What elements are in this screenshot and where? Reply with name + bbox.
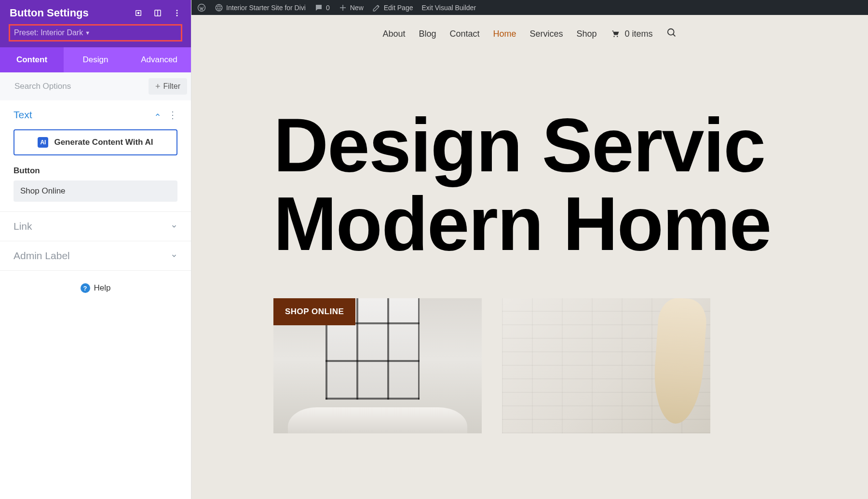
sidebar-header-icons <box>134 9 181 17</box>
card2-image <box>502 298 710 433</box>
ai-button-label: Generate Content With AI <box>54 138 153 147</box>
filter-label: Filter <box>163 82 180 91</box>
svg-point-4 <box>176 10 178 11</box>
section-text-header[interactable]: Text ⋮ <box>0 100 191 129</box>
image-cards-row: SHOP ONLINE <box>191 263 868 433</box>
svg-point-5 <box>176 13 178 14</box>
section-text: Text ⋮ AI Generate Content With AI Butto… <box>0 100 191 212</box>
page-canvas: Design Servic Modern Home SHOP ONLINE <box>191 53 868 499</box>
generate-with-ai-button[interactable]: AI Generate Content With AI <box>14 129 177 155</box>
section-more-icon[interactable]: ⋮ <box>168 110 177 120</box>
sidebar-header: Button Settings <box>0 0 191 24</box>
chevron-up-icon[interactable] <box>154 111 161 118</box>
tab-advanced[interactable]: Advanced <box>127 47 191 72</box>
sidebar-title-row: Button Settings <box>10 7 181 19</box>
tab-content[interactable]: Content <box>0 47 64 72</box>
hero-title-line2: Modern Home <box>273 184 868 263</box>
exit-vb-label: Exit Visual Builder <box>421 4 476 12</box>
responsive-preview-icon[interactable] <box>134 9 143 17</box>
comments-link[interactable]: 0 <box>314 3 330 12</box>
svg-point-6 <box>176 15 178 16</box>
section-link-controls <box>171 223 177 230</box>
svg-point-8 <box>216 4 222 11</box>
nav-contact[interactable]: Contact <box>449 29 479 39</box>
button-field-label: Button <box>14 166 177 176</box>
search-options-input[interactable] <box>14 82 149 91</box>
section-admin-label-header[interactable]: Admin Label <box>0 241 191 270</box>
section-link: Link <box>0 212 191 241</box>
preset-selector[interactable]: Preset: Interior Dark ▼ <box>9 24 182 42</box>
new-content-link[interactable]: New <box>339 3 364 12</box>
preset-label: Preset: Interior Dark <box>14 28 83 37</box>
panel-layout-icon[interactable] <box>153 9 162 17</box>
settings-tabs: Content Design Advanced <box>0 47 191 72</box>
nav-about[interactable]: About <box>382 29 405 39</box>
search-row: + Filter <box>0 72 191 100</box>
section-admin-label: Admin Label <box>0 241 191 271</box>
svg-line-10 <box>673 34 675 36</box>
section-admin-label-controls <box>171 252 177 259</box>
nav-services[interactable]: Services <box>530 29 563 39</box>
image-card-2 <box>502 298 710 433</box>
filter-button[interactable]: + Filter <box>149 78 187 95</box>
nav-blog[interactable]: Blog <box>419 29 436 39</box>
chevron-down-icon[interactable] <box>171 252 177 259</box>
new-label: New <box>350 4 364 12</box>
section-text-title: Text <box>14 109 32 121</box>
tab-design[interactable]: Design <box>64 47 127 72</box>
nav-home[interactable]: Home <box>493 29 516 39</box>
section-text-body: AI Generate Content With AI Button <box>0 129 191 211</box>
svg-point-9 <box>667 28 674 35</box>
sidebar-title: Button Settings <box>10 7 89 19</box>
hero-title-line1: Design Servic <box>273 106 868 184</box>
help-label: Help <box>94 283 111 293</box>
site-title-label: Interior Starter Site for Divi <box>226 4 306 12</box>
chevron-down-icon[interactable] <box>171 223 177 230</box>
help-icon: ? <box>81 283 90 293</box>
preset-row: Preset: Interior Dark ▼ <box>0 24 191 47</box>
ai-badge-icon: AI <box>38 137 48 148</box>
main-preview: Interior Starter Site for Divi 0 New Edi… <box>191 0 868 499</box>
section-link-title: Link <box>14 221 32 232</box>
cart-count-label: 0 items <box>625 29 653 39</box>
site-home-link[interactable]: Interior Starter Site for Divi <box>215 3 306 12</box>
shop-online-button[interactable]: SHOP ONLINE <box>273 298 355 325</box>
section-admin-label-title: Admin Label <box>14 250 70 262</box>
settings-sidebar: Button Settings Preset: Interior Dark ▼ … <box>0 0 191 499</box>
hero-section: Design Servic Modern Home <box>191 53 868 263</box>
site-nav: About Blog Contact Home Services Shop 0 … <box>191 15 868 53</box>
wp-adminbar: Interior Starter Site for Divi 0 New Edi… <box>191 0 868 15</box>
plus-icon: + <box>155 82 161 91</box>
wp-logo-icon[interactable] <box>197 3 206 12</box>
edit-page-label: Edit Page <box>384 4 413 12</box>
sofa-graphic <box>288 407 467 433</box>
caret-down-icon: ▼ <box>85 30 90 36</box>
image-card-1: SHOP ONLINE <box>273 298 482 433</box>
exit-visual-builder-link[interactable]: Exit Visual Builder <box>421 4 476 12</box>
section-text-controls: ⋮ <box>154 110 177 120</box>
svg-point-1 <box>138 13 139 14</box>
button-text-input[interactable] <box>14 180 177 202</box>
edit-page-link[interactable]: Edit Page <box>372 3 413 12</box>
cart-icon <box>610 29 620 39</box>
help-row[interactable]: ? Help <box>0 271 191 305</box>
section-link-header[interactable]: Link <box>0 212 191 241</box>
more-options-icon[interactable] <box>173 9 181 17</box>
nav-shop[interactable]: Shop <box>577 29 597 39</box>
nav-search-icon[interactable] <box>666 28 677 41</box>
comments-count: 0 <box>326 4 330 12</box>
cart-link[interactable]: 0 items <box>610 29 653 39</box>
